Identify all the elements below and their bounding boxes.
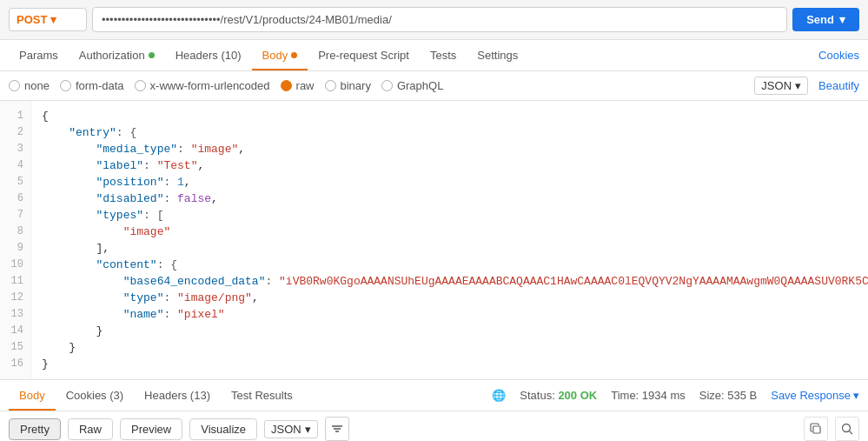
code-line-8: "image"	[42, 224, 858, 240]
code-line-16: }	[42, 356, 858, 372]
resp-tab-body[interactable]: Body	[9, 380, 56, 411]
radio-none	[9, 80, 20, 91]
code-line-5: "position": 1,	[42, 174, 858, 190]
resp-tab-cookies[interactable]: Cookies (3)	[56, 380, 134, 411]
format-binary[interactable]: binary	[325, 79, 371, 92]
request-tabs-row: Params Authorization Headers (10) Body P…	[0, 40, 868, 71]
format-row: none form-data x-www-form-urlencoded raw…	[0, 71, 868, 101]
code-line-10: "content": {	[42, 257, 858, 273]
beautify-button[interactable]: Beautify	[818, 79, 859, 92]
tab-settings[interactable]: Settings	[467, 40, 528, 70]
method-select[interactable]: POST ▾	[9, 8, 87, 31]
resp-tab-test-results[interactable]: Test Results	[221, 380, 303, 411]
code-line-1: {	[42, 108, 858, 124]
code-line-6: "disabled": false,	[42, 190, 858, 207]
radio-binary	[325, 80, 336, 91]
tab-headers[interactable]: Headers (10)	[165, 40, 252, 70]
method-label: POST	[17, 13, 47, 26]
tab-body[interactable]: Body	[252, 40, 308, 70]
code-line-13: "name": "pixel"	[42, 306, 858, 323]
format-none[interactable]: none	[9, 79, 50, 92]
format-form-data[interactable]: form-data	[60, 79, 124, 92]
time-label: Time: 1934 ms	[611, 389, 686, 402]
copy-icon	[810, 423, 822, 435]
resp-btn-preview[interactable]: Preview	[120, 418, 182, 440]
json-format-dropdown[interactable]: JSON ▾	[754, 77, 808, 95]
response-status: 🌐 Status: 200 OK Time: 1934 ms Size: 535…	[492, 389, 859, 402]
radio-graphql	[381, 80, 393, 91]
save-response-button[interactable]: Save Response ▾	[771, 389, 859, 402]
radio-urlencoded	[135, 80, 146, 91]
url-input[interactable]	[92, 7, 787, 32]
resp-btn-pretty[interactable]: Pretty	[9, 418, 61, 440]
filter-icon	[331, 423, 343, 435]
resp-btn-visualize[interactable]: Visualize	[189, 418, 257, 440]
format-raw[interactable]: raw	[281, 79, 315, 92]
status-code: 200 OK	[558, 389, 597, 402]
code-body[interactable]: { "entry": { "media_type": "image", "lab…	[31, 101, 868, 379]
resp-btn-raw[interactable]: Raw	[68, 418, 113, 440]
svg-rect-3	[813, 426, 820, 433]
response-actions	[804, 417, 859, 441]
tab-pre-request[interactable]: Pre-request Script	[308, 40, 420, 70]
response-tabs-row: Body Cookies (3) Headers (13) Test Resul…	[0, 380, 868, 411]
response-format-row: Pretty Raw Preview Visualize JSON ▾	[0, 411, 868, 441]
radio-form-data	[60, 80, 71, 91]
authorization-dot	[149, 52, 155, 58]
code-line-2: "entry": {	[42, 124, 858, 141]
resp-tab-headers[interactable]: Headers (13)	[134, 380, 221, 411]
tab-params[interactable]: Params	[9, 40, 69, 70]
search-icon-button[interactable]	[835, 417, 859, 441]
line-numbers: 12345 678910 111213141516	[0, 101, 31, 379]
search-icon	[841, 423, 853, 435]
tab-authorization[interactable]: Authorization	[69, 40, 165, 70]
filter-icon-button[interactable]	[325, 417, 349, 441]
code-editor: 12345 678910 111213141516 { "entry": { "…	[0, 101, 868, 380]
radio-raw	[281, 80, 292, 91]
code-line-7: "types": [	[42, 207, 858, 224]
code-line-11: "base64_encoded_data": "iVB0Rw0KGgoAAAAN…	[42, 273, 858, 290]
body-dot	[291, 52, 297, 58]
size-label: Size: 535 B	[699, 389, 758, 402]
code-line-15: }	[42, 339, 858, 356]
code-line-4: "label": "Test",	[42, 157, 858, 174]
globe-icon: 🌐	[492, 389, 506, 402]
resp-json-dropdown[interactable]: JSON ▾	[264, 420, 318, 438]
code-line-9: ],	[42, 240, 858, 257]
copy-icon-button[interactable]	[804, 417, 828, 441]
cookies-link[interactable]: Cookies	[818, 40, 859, 70]
code-line-14: }	[42, 323, 858, 339]
format-urlencoded[interactable]: x-www-form-urlencoded	[135, 79, 270, 92]
send-chevron: ▾	[839, 13, 845, 26]
method-chevron: ▾	[50, 13, 56, 26]
code-line-3: "media_type": "image",	[42, 141, 858, 157]
format-graphql[interactable]: GraphQL	[381, 79, 443, 92]
svg-line-5	[850, 431, 853, 435]
code-line-12: "type": "image/png",	[42, 290, 858, 306]
tab-tests[interactable]: Tests	[420, 40, 467, 70]
url-bar: POST ▾ Send ▾	[0, 0, 868, 40]
status-label: Status: 200 OK	[520, 389, 597, 402]
send-button[interactable]: Send ▾	[792, 8, 859, 31]
send-label: Send	[806, 13, 834, 26]
svg-point-4	[843, 424, 851, 432]
